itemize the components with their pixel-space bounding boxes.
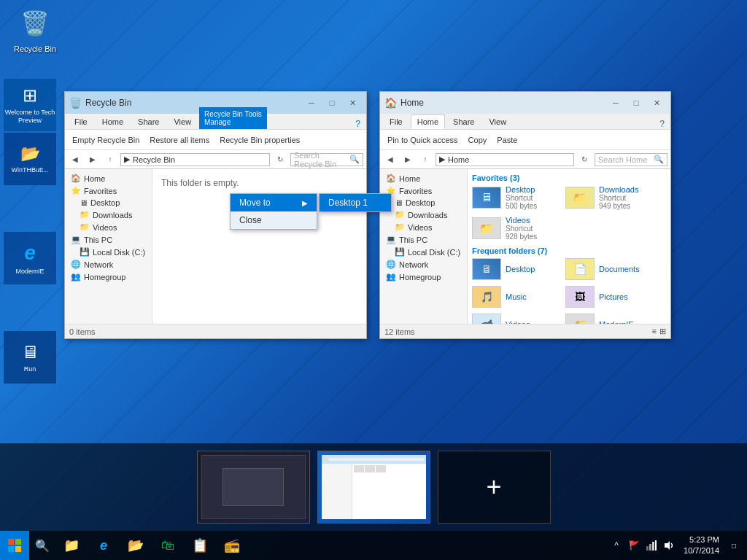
recycle-minimize-button[interactable]: ─ [302, 96, 321, 110]
home-tab-home[interactable]: Home [411, 114, 445, 129]
tray-notification-btn[interactable]: □ [727, 538, 741, 553]
recycle-nav-homegroup[interactable]: 👥 Homegroup [65, 271, 152, 283]
taskbar-item-notes[interactable]: 📋 [184, 531, 216, 560]
ctx-move-arrow: ▶ [302, 199, 308, 207]
home-tab-view[interactable]: View [482, 114, 513, 129]
home-nav-favorites[interactable]: ⭐ Favorites [380, 184, 467, 197]
recycle-nav-home[interactable]: 🏠 Home [65, 172, 152, 184]
freq-documents[interactable]: 📄 Documents [565, 258, 653, 280]
recycle-refresh-btn[interactable]: ↻ [273, 152, 287, 167]
freq-videos[interactable]: 📹 Videos [472, 314, 560, 324]
home-tab-share[interactable]: Share [446, 114, 481, 129]
recycle-maximize-button[interactable]: □ [322, 96, 341, 110]
recycle-tab-manage[interactable]: Recycle Bin ToolsManage [199, 107, 267, 129]
recycle-tab-file[interactable]: File [68, 114, 94, 129]
recycle-ribbon-restore[interactable]: Restore all items [145, 134, 214, 146]
tile-run[interactable]: 🖥 Run [4, 331, 56, 384]
recycle-ribbon-bar: Empty Recycle Bin Restore all items Recy… [65, 130, 366, 150]
home-nav-downloads[interactable]: 📁 Downloads [380, 209, 467, 221]
home-nav-home[interactable]: 🏠 Home [380, 172, 467, 184]
recycle-ribbon-properties[interactable]: Recycle Bin properties [215, 134, 304, 146]
recycle-address-path[interactable]: ▶ Recycle Bin [120, 153, 270, 166]
fav-desktop-thumb: 🖥 [472, 187, 501, 209]
home-close-button[interactable]: ✕ [647, 96, 666, 110]
taskbar-item-ie[interactable]: e [88, 531, 120, 560]
submenu-desktop1[interactable]: Desktop 1 [320, 194, 391, 211]
filemanager-icon: 📂 [128, 537, 144, 553]
tray-volume-icon[interactable] [662, 538, 676, 553]
home-ribbon-pin[interactable]: Pin to Quick access [383, 134, 462, 146]
home-back-btn[interactable]: ◀ [383, 152, 398, 167]
fav-desktop[interactable]: 🖥 Desktop Shortcut 500 bytes [472, 185, 560, 210]
fav-videos[interactable]: 📁 Videos Shortcut 928 bytes [472, 216, 560, 241]
svg-rect-1 [15, 539, 21, 545]
recycle-tab-view[interactable]: View [167, 114, 198, 129]
home-nav-thispc[interactable]: 💻 This PC [380, 233, 467, 246]
recycle-tab-share[interactable]: Share [131, 114, 166, 129]
recycle-nav-downloads[interactable]: 📁 Downloads [65, 209, 152, 221]
home-nav-desktop[interactable]: 🖥 Desktop [380, 197, 467, 209]
taskbar-item-filemanager[interactable]: 📂 [120, 531, 152, 560]
freq-desktop[interactable]: 🖥 Desktop [472, 258, 560, 280]
home-tab-file[interactable]: File [383, 114, 409, 129]
home-view-list-btn[interactable]: ≡ [652, 327, 657, 336]
recycle-back-btn[interactable]: ◀ [68, 152, 82, 167]
recycle-nav-thispc[interactable]: 💻 This PC [65, 233, 152, 246]
home-forward-btn[interactable]: ▶ [400, 152, 415, 167]
home-minimize-button[interactable]: ─ [606, 96, 625, 110]
fav-downloads[interactable]: 📁 Downloads Shortcut 949 bytes [565, 185, 653, 210]
taskbar-search-button[interactable]: 🔍 [29, 531, 55, 560]
recycle-close-button[interactable]: ✕ [343, 96, 362, 110]
recycle-forward-btn[interactable]: ▶ [85, 152, 100, 167]
taskbar-item-explorer[interactable]: 📁 [55, 531, 88, 560]
home-frequent-header: Frequent folders (7) [472, 246, 666, 255]
task-thumb-2[interactable] [317, 451, 430, 524]
recycle-ribbon-empty[interactable]: Empty Recycle Bin [68, 134, 144, 146]
desktop-icon-recycle-bin[interactable]: 🗑️ Recycle Bin [6, 6, 64, 54]
home-address-path[interactable]: ▶ Home [436, 153, 574, 166]
recycle-up-btn[interactable]: ↑ [103, 152, 117, 167]
home-maximize-button[interactable]: □ [627, 96, 646, 110]
recycle-tab-home[interactable]: Home [96, 114, 130, 129]
tile-modernie[interactable]: e ModernIE [4, 232, 56, 284]
home-view-grid-btn[interactable]: ⊞ [659, 327, 666, 336]
freq-music[interactable]: 🎵 Music [472, 286, 560, 308]
recycle-nav-desktop[interactable]: 🖥 Desktop [65, 197, 152, 209]
home-help-btn[interactable]: ? [659, 119, 665, 129]
recycle-nav-favorites[interactable]: ⭐ Favorites [65, 184, 152, 197]
taskbar-item-media[interactable]: 📻 [216, 531, 248, 560]
home-up-btn[interactable]: ↑ [418, 152, 433, 167]
freq-pictures[interactable]: 🖼 Pictures [565, 286, 653, 308]
freq-modernie[interactable]: 📁 ModernIE [565, 314, 653, 324]
home-refresh-btn[interactable]: ↻ [577, 152, 592, 167]
tray-flag-icon[interactable]: 🚩 [627, 538, 641, 553]
tray-network-icon[interactable] [644, 538, 659, 553]
taskbar-clock[interactable]: 5:23 PM 10/7/2014 [679, 534, 724, 557]
home-main-area: Favorites (3) 🖥 Desktop Shortcut 500 byt… [468, 169, 670, 324]
tile-welcome[interactable]: ⊞ Welcome to Tech Preview [4, 79, 56, 131]
recycle-nav-network[interactable]: 🌐 Network [65, 258, 152, 271]
recycle-nav-videos[interactable]: 📁 Videos [65, 221, 152, 233]
home-ribbon-copy[interactable]: Copy [464, 134, 492, 146]
ctx-close[interactable]: Close [231, 211, 317, 229]
task-thumb-1[interactable] [197, 451, 310, 524]
recycle-search-box[interactable]: Search Recycle Bin 🔍 [290, 153, 363, 166]
recycle-main-area: This folder is empty. [152, 169, 366, 324]
home-nav-videos[interactable]: 📁 Videos [380, 221, 467, 233]
home-ribbon-paste[interactable]: Paste [492, 134, 522, 146]
thispc-nav-icon: 💻 [71, 235, 81, 244]
recycle-nav-localdisk[interactable]: 💾 Local Disk (C:) [65, 246, 152, 258]
taskbar-item-store[interactable]: 🛍 [152, 531, 184, 560]
recycle-help-btn[interactable]: ? [355, 119, 360, 129]
explorer-icon: 📁 [63, 537, 80, 553]
home-search-box[interactable]: Search Home 🔍 [595, 153, 667, 166]
home-nav-localdisk[interactable]: 💾 Local Disk (C:) [380, 246, 467, 258]
home-item-count: 12 items [384, 327, 415, 336]
task-thumb-add[interactable]: + [438, 451, 551, 524]
home-nav-network[interactable]: 🌐 Network [380, 258, 467, 271]
home-nav-homegroup[interactable]: 👥 Homegroup [380, 271, 467, 283]
tile-winthbutt[interactable]: 📂 WinTHButt... [4, 133, 56, 185]
ctx-move-to[interactable]: Move to ▶ [231, 194, 317, 211]
start-button[interactable] [0, 531, 29, 560]
tray-chevron[interactable]: ^ [609, 538, 624, 553]
